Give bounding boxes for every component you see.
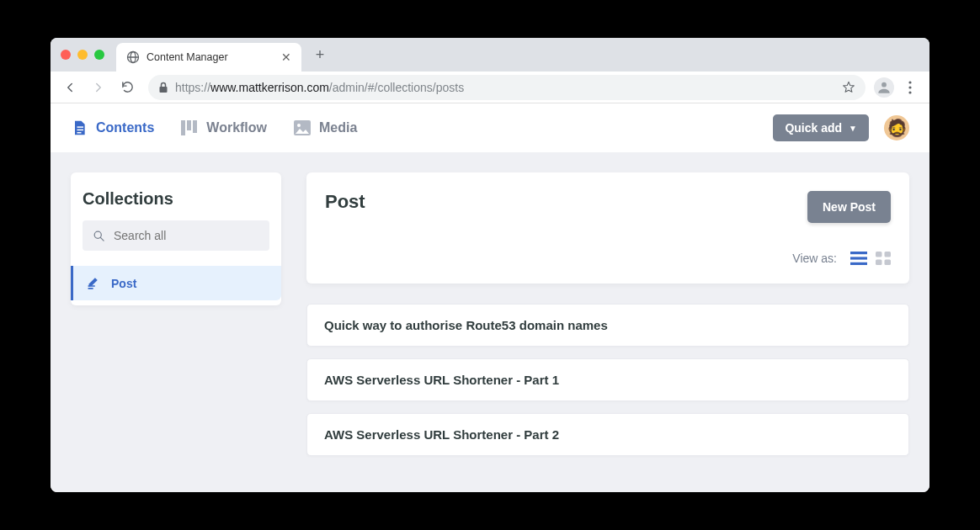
svg-rect-12 [187,120,191,130]
quick-add-label: Quick add [785,121,842,135]
nav-label: Workflow [206,120,267,135]
profile-avatar[interactable] [874,77,894,98]
sidebar-header: Collections [71,172,281,220]
post-item[interactable]: AWS Serverless URL Shortener - Part 1 [306,358,909,401]
globe-icon [126,50,140,64]
post-title: AWS Serverless URL Shortener - Part 2 [324,427,559,442]
svg-rect-18 [850,252,867,254]
new-post-button[interactable]: New Post [807,191,891,223]
view-controls: View as: [325,252,891,265]
browser-tabbar: Content Manager ✕ + [51,38,929,72]
collection-list: Post [71,266,281,305]
svg-rect-10 [77,132,82,134]
svg-rect-21 [876,252,882,257]
post-title: Quick way to authorise Route53 domain na… [324,318,608,332]
svg-rect-22 [885,252,892,257]
svg-rect-11 [181,120,185,135]
svg-point-6 [908,86,911,88]
svg-rect-20 [850,262,867,265]
post-list: Quick way to authorise Route53 domain na… [306,304,909,456]
svg-line-17 [100,237,104,241]
window-close-button[interactable] [61,50,71,60]
content-card: Post New Post View as: [306,172,909,284]
edit-icon [87,276,101,290]
card-header: Post New Post [325,191,891,223]
chevron-down-icon: ▼ [849,124,857,133]
list-view-icon[interactable] [850,252,867,265]
svg-rect-24 [885,260,892,266]
search-input[interactable] [114,229,261,242]
columns-icon [181,120,198,135]
collection-item-label: Post [111,277,136,290]
svg-rect-19 [850,257,867,259]
search-box[interactable] [83,220,269,251]
browser-menu-button[interactable] [897,81,923,94]
svg-point-4 [881,82,887,87]
new-tab-button[interactable]: + [308,43,332,66]
lock-icon [158,82,168,93]
grid-view-icon[interactable] [876,252,891,265]
svg-point-15 [297,124,301,127]
url-bar[interactable]: https://www.mattkerrison.com/admin/#/col… [148,75,865,100]
nav-contents[interactable]: Contents [71,119,154,136]
bookmark-star-icon[interactable] [842,81,855,94]
app-header: Contents Workflow Media Quick add ▼ 🧔 [51,103,929,152]
svg-point-7 [908,91,911,93]
url-text: https://www.mattkerrison.com/admin/#/col… [175,81,835,94]
svg-rect-3 [160,87,168,93]
post-item[interactable]: AWS Serverless URL Shortener - Part 2 [306,413,909,456]
nav-media[interactable]: Media [294,119,357,136]
tab-title: Content Manager [146,51,274,63]
svg-rect-13 [193,120,197,133]
tab-close-icon[interactable]: ✕ [281,50,291,64]
view-as-label: View as: [792,252,837,265]
collection-item-post[interactable]: Post [71,266,281,300]
main-content: Post New Post View as: [306,172,909,472]
window-minimize-button[interactable] [77,50,88,60]
browser-window: Content Manager ✕ + https://www.mattkerr… [51,38,929,492]
traffic-lights [61,50,104,60]
page-title: Post [325,191,365,213]
window-maximize-button[interactable] [94,50,104,60]
forward-button[interactable] [86,75,111,100]
svg-rect-9 [77,130,84,131]
app-body: Collections Post Post [51,152,929,492]
back-button[interactable] [57,75,83,100]
reload-button[interactable] [115,75,140,100]
nav-workflow[interactable]: Workflow [181,119,267,136]
svg-point-5 [908,81,911,83]
sidebar-title: Collections [83,189,269,209]
quick-add-button[interactable]: Quick add ▼ [773,114,869,141]
nav-label: Media [319,120,357,135]
post-title: AWS Serverless URL Shortener - Part 1 [324,373,559,387]
sidebar: Collections Post [71,172,281,305]
document-icon [71,119,88,136]
browser-tab[interactable]: Content Manager ✕ [116,43,301,72]
nav-label: Contents [96,120,154,135]
image-icon [294,120,311,135]
browser-toolbar: https://www.mattkerrison.com/admin/#/col… [51,72,929,103]
post-item[interactable]: Quick way to authorise Route53 domain na… [306,304,909,347]
svg-rect-23 [876,260,882,266]
app-nav: Contents Workflow Media [71,119,773,136]
svg-rect-8 [77,126,84,128]
user-avatar[interactable]: 🧔 [884,115,909,140]
search-icon [93,230,105,242]
